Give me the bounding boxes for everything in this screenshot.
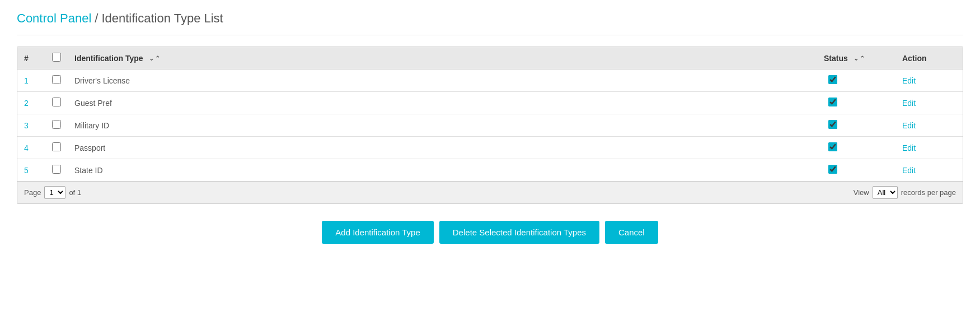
row-type-name: Driver's License: [68, 69, 817, 92]
row-action-cell: Edit: [895, 114, 963, 137]
breadcrumb-separator: /: [95, 11, 98, 26]
row-checkbox[interactable]: [52, 120, 61, 129]
table-footer: Page 1 of 1 View All102550 records per p…: [17, 181, 963, 203]
sort-up-icon[interactable]: ⌃: [155, 55, 160, 62]
row-status-cell: [817, 69, 895, 92]
row-select-cell[interactable]: [45, 137, 68, 159]
row-type-name: Guest Pref: [68, 92, 817, 114]
row-action-cell: Edit: [895, 137, 963, 159]
row-select-cell[interactable]: [45, 69, 68, 92]
breadcrumb-link[interactable]: Control Panel: [17, 11, 91, 26]
breadcrumb: Control Panel / Identification Type List: [17, 11, 963, 35]
row-action-cell: Edit: [895, 92, 963, 114]
row-select-cell[interactable]: [45, 92, 68, 114]
row-number: 5: [17, 159, 45, 182]
row-status-checkbox[interactable]: [828, 142, 837, 151]
row-checkbox[interactable]: [52, 98, 61, 106]
row-status-checkbox[interactable]: [828, 75, 837, 84]
edit-link[interactable]: Edit: [902, 166, 916, 175]
row-status-checkbox[interactable]: [828, 165, 837, 174]
row-number: 1: [17, 69, 45, 92]
row-status-cell: [817, 137, 895, 159]
records-label: records per page: [901, 188, 956, 197]
row-status-checkbox[interactable]: [828, 98, 837, 106]
page-label: Page: [24, 188, 41, 197]
action-buttons: Add Identification Type Delete Selected …: [17, 221, 963, 244]
row-checkbox[interactable]: [52, 142, 61, 151]
identification-type-table: # Identification Type ⌄ ⌃ Status ⌄: [17, 47, 963, 204]
row-action-cell: Edit: [895, 159, 963, 182]
of-label: of 1: [69, 188, 81, 197]
status-sort-up-icon[interactable]: ⌃: [860, 55, 865, 62]
col-header-action: Action: [895, 47, 963, 69]
row-number: 4: [17, 137, 45, 159]
add-identification-type-button[interactable]: Add Identification Type: [322, 221, 434, 244]
edit-link[interactable]: Edit: [902, 143, 916, 152]
row-status-cell: [817, 159, 895, 182]
row-number: 2: [17, 92, 45, 114]
edit-link[interactable]: Edit: [902, 76, 916, 85]
page-title: Identification Type List: [101, 11, 223, 26]
row-number: 3: [17, 114, 45, 137]
row-type-name: Passport: [68, 137, 817, 159]
col-header-num: #: [17, 47, 45, 69]
col-header-type: Identification Type ⌄ ⌃: [68, 47, 817, 69]
table-row: 2 Guest Pref Edit: [17, 92, 963, 114]
col-header-select: [45, 47, 68, 69]
edit-link[interactable]: Edit: [902, 121, 916, 130]
status-sort-down-icon[interactable]: ⌄: [854, 55, 859, 62]
row-status-cell: [817, 114, 895, 137]
row-checkbox[interactable]: [52, 75, 61, 84]
row-status-cell: [817, 92, 895, 114]
table-row: 4 Passport Edit: [17, 137, 963, 159]
table-header-row: # Identification Type ⌄ ⌃ Status ⌄: [17, 47, 963, 69]
row-checkbox[interactable]: [52, 165, 61, 174]
table-row: 1 Driver's License Edit: [17, 69, 963, 92]
view-label: View: [854, 188, 869, 197]
cancel-button[interactable]: Cancel: [605, 221, 658, 244]
row-select-cell[interactable]: [45, 159, 68, 182]
row-status-checkbox[interactable]: [828, 120, 837, 129]
table-row: 5 State ID Edit: [17, 159, 963, 182]
select-all-checkbox[interactable]: [52, 53, 61, 62]
row-type-name: State ID: [68, 159, 817, 182]
edit-link[interactable]: Edit: [902, 99, 916, 108]
delete-selected-button[interactable]: Delete Selected Identification Types: [439, 221, 599, 244]
view-select[interactable]: All102550: [873, 186, 898, 199]
table-row: 3 Military ID Edit: [17, 114, 963, 137]
page-select[interactable]: 1: [44, 186, 65, 199]
row-action-cell: Edit: [895, 69, 963, 92]
row-type-name: Military ID: [68, 114, 817, 137]
col-header-status: Status ⌄ ⌃: [817, 47, 895, 69]
sort-down-icon[interactable]: ⌄: [149, 55, 154, 62]
row-select-cell[interactable]: [45, 114, 68, 137]
